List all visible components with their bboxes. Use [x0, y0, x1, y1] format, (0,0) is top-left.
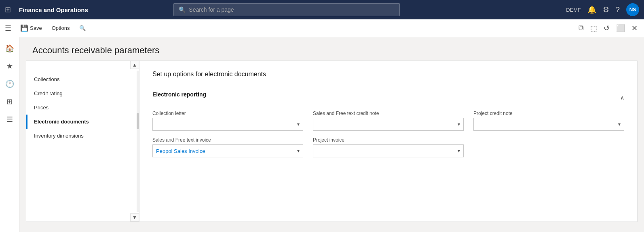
restore-icon[interactable]: ⬜	[614, 22, 627, 34]
side-nav: ▲ Collections Credit rating Prices Elect…	[26, 61, 139, 222]
collection-letter-select[interactable]: ▾	[152, 118, 303, 131]
collapse-icon[interactable]: ∧	[620, 94, 624, 101]
options-label: Options	[52, 25, 70, 31]
notification-icon[interactable]: 🔔	[587, 5, 596, 14]
search-bar[interactable]: 🔍	[173, 3, 400, 16]
form-content: Set up options for electronic documents …	[139, 61, 637, 222]
collection-letter-chevron: ▾	[297, 121, 300, 127]
collection-letter-field: Collection letter ▾	[152, 111, 303, 131]
settings-icon[interactable]: ⚙	[603, 5, 609, 14]
open-new-icon[interactable]: ⬚	[589, 22, 599, 34]
project-invoice-select[interactable]: ▾	[313, 144, 464, 157]
recent-icon[interactable]: 🕐	[2, 76, 18, 92]
section-title: Set up options for electronic documents	[152, 71, 266, 78]
personalize-icon[interactable]: ⧉	[577, 22, 585, 34]
page-title-area: Accounts receivable parameters	[19, 37, 644, 61]
sidebar-icons: 🏠 ★ 🕐 ⊞ ☰	[0, 37, 19, 232]
save-icon: 💾	[20, 24, 28, 32]
main-layout: 🏠 ★ 🕐 ⊞ ☰ Accounts receivable parameters…	[0, 37, 644, 232]
sales-free-text-invoice-label: Sales and Free text invoice	[152, 137, 303, 143]
save-button[interactable]: 💾 Save	[16, 23, 46, 33]
favorites-icon[interactable]: ★	[2, 58, 18, 74]
refresh-icon[interactable]: ↺	[602, 22, 611, 34]
sales-free-text-invoice-select[interactable]: Peppol Sales Invoice ▾	[152, 144, 303, 157]
toolbar-right: ⧉ ⬚ ↺ ⬜ ✕	[577, 22, 639, 34]
main-card: ▲ Collections Credit rating Prices Elect…	[26, 61, 638, 222]
grid-icon[interactable]: ⊞	[5, 5, 11, 14]
company-label: DEMF	[566, 7, 581, 13]
modules-icon[interactable]: ☰	[2, 111, 18, 127]
sidebar-item-collections[interactable]: Collections	[26, 72, 139, 86]
sales-free-text-credit-note-chevron: ▾	[458, 121, 460, 127]
toolbar-search-button[interactable]: 🔍	[75, 23, 90, 33]
sales-free-text-invoice-chevron: ▾	[297, 148, 300, 154]
sidebar-item-inventory-dimensions[interactable]: Inventory dimensions	[26, 129, 139, 143]
hamburger-icon[interactable]: ☰	[5, 24, 11, 33]
toolbar-search-icon: 🔍	[79, 25, 86, 31]
scroll-down-arrow[interactable]: ▼	[130, 213, 139, 222]
sidebar-item-credit-rating[interactable]: Credit rating	[26, 86, 139, 100]
form-row-2: Sales and Free text invoice Peppol Sales…	[152, 137, 624, 157]
project-invoice-label: Project invoice	[313, 137, 464, 143]
scroll-up-arrow[interactable]: ▲	[130, 61, 139, 69]
sales-free-text-invoice-value: Peppol Sales Invoice	[156, 148, 296, 154]
project-credit-note-label: Project credit note	[473, 111, 624, 116]
save-label: Save	[30, 25, 42, 31]
sales-free-text-invoice-field: Sales and Free text invoice Peppol Sales…	[152, 137, 303, 157]
sales-free-text-credit-note-select[interactable]: ▾	[313, 118, 464, 131]
top-nav: ⊞ Finance and Operations 🔍 DEMF 🔔 ⚙ ? NS	[0, 0, 644, 19]
subsection-title: Electronic reporting	[152, 91, 206, 98]
workspaces-icon[interactable]: ⊞	[2, 94, 18, 110]
project-credit-note-field: Project credit note ▾	[473, 111, 624, 131]
project-invoice-chevron: ▾	[458, 148, 460, 154]
top-nav-right: DEMF 🔔 ⚙ ? NS	[566, 3, 639, 16]
page-title: Accounts receivable parameters	[32, 45, 631, 56]
section-header: Set up options for electronic documents	[152, 71, 624, 83]
avatar[interactable]: NS	[626, 3, 639, 16]
sales-free-text-credit-note-label: Sales and Free text credit note	[313, 111, 464, 116]
search-input[interactable]	[189, 6, 395, 13]
sales-free-text-credit-note-field: Sales and Free text credit note ▾	[313, 111, 464, 131]
sidebar-item-prices[interactable]: Prices	[26, 100, 139, 115]
close-icon[interactable]: ✕	[630, 22, 639, 34]
toolbar: ☰ 💾 Save Options 🔍 ⧉ ⬚ ↺ ⬜ ✕	[0, 19, 644, 37]
project-credit-note-chevron: ▾	[618, 121, 621, 127]
app-title: Finance and Operations	[19, 6, 88, 13]
search-icon: 🔍	[179, 6, 186, 13]
project-invoice-field: Project invoice ▾	[313, 137, 464, 157]
project-credit-note-select[interactable]: ▾	[473, 118, 624, 131]
collection-letter-label: Collection letter	[152, 111, 303, 116]
options-button[interactable]: Options	[48, 23, 74, 33]
help-icon[interactable]: ?	[616, 6, 620, 14]
electronic-reporting-section: Electronic reporting ∧ Collection letter…	[152, 91, 624, 157]
home-icon[interactable]: 🏠	[2, 40, 18, 56]
content-area: Accounts receivable parameters ▲ Collect…	[19, 37, 644, 232]
sidebar-item-electronic-documents[interactable]: Electronic documents	[26, 115, 139, 129]
form-row-1: Collection letter ▾ Sales and Free text …	[152, 111, 624, 131]
